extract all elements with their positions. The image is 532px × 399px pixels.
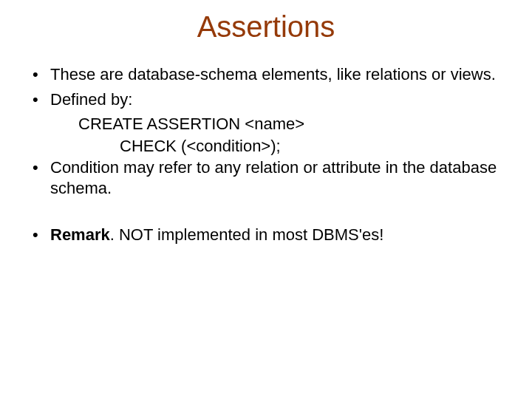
bullet-list: These are database-schema elements, like… xyxy=(22,64,510,109)
code-line: CHECK (<condition>); xyxy=(22,136,510,157)
bullet-item: Condition may refer to any relation or a… xyxy=(22,157,510,198)
bullet-item-remark: Remark. NOT implemented in most DBMS'es! xyxy=(22,225,510,245)
bullet-list: Remark. NOT implemented in most DBMS'es! xyxy=(22,225,510,245)
spacer xyxy=(22,202,510,225)
bullet-list: Condition may refer to any relation or a… xyxy=(22,157,510,198)
code-line: CREATE ASSERTION <name> xyxy=(22,114,510,134)
remark-lead: Remark xyxy=(50,225,110,244)
bullet-item: Defined by: xyxy=(22,89,510,110)
remark-rest: . NOT implemented in most DBMS'es! xyxy=(110,225,384,244)
bullet-item: These are database-schema elements, like… xyxy=(22,64,510,85)
slide-title: Assertions xyxy=(22,10,510,44)
slide: Assertions These are database-schema ele… xyxy=(0,0,532,399)
